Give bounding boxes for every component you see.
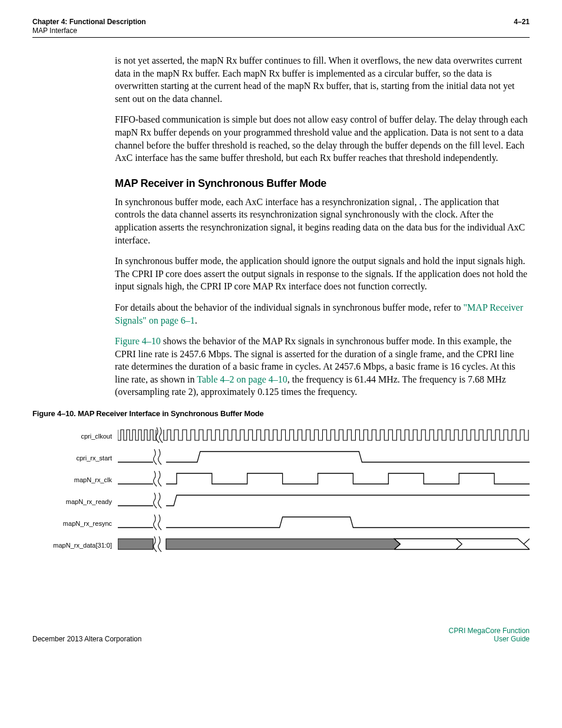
signal-wave — [118, 534, 530, 556]
signal-label: mapN_rx_data[31:0] — [32, 542, 118, 549]
footer-doc-title: CPRI MegaCore Function — [449, 627, 530, 635]
page-footer: December 2013 Altera Corporation CPRI Me… — [32, 627, 530, 643]
paragraph: For details about the behavior of the in… — [115, 301, 530, 327]
header-rule — [32, 37, 530, 38]
timing-row: cpri_rx_start — [32, 447, 530, 469]
paragraph: In synchronous buffer mode, each AxC int… — [115, 196, 530, 246]
xref-link[interactable]: Figure 4–10 — [115, 336, 161, 346]
text: . — [195, 315, 197, 325]
signal-label: mapN_rx_resync — [32, 520, 118, 527]
timing-row: mapN_rx_ready — [32, 490, 530, 512]
signal-wave — [118, 512, 530, 534]
text: For details about the behavior of the in… — [115, 302, 464, 312]
timing-row: cpri_clkout — [32, 425, 530, 447]
signal-label: cpri_rx_start — [32, 454, 118, 462]
figure-caption: Figure 4–10. MAP Receiver Interface in S… — [32, 409, 530, 418]
signal-wave — [118, 447, 530, 469]
footer-left: December 2013 Altera Corporation — [32, 635, 141, 643]
page-number: 4–21 — [514, 18, 530, 35]
timing-row: mapN_rx_clk — [32, 469, 530, 490]
signal-label: mapN_rx_clk — [32, 476, 118, 483]
xref-link[interactable]: Table 4–2 on page 4–10 — [197, 374, 287, 384]
chapter-subtitle: MAP Interface — [32, 27, 146, 35]
timing-diagram: cpri_clkout cpri_rx_start — [32, 425, 530, 556]
paragraph: Figure 4–10 shows the behavior of the MA… — [115, 335, 530, 398]
signal-label: mapN_rx_ready — [32, 498, 118, 505]
timing-row: mapN_rx_resync — [32, 512, 530, 534]
signal-wave — [118, 425, 530, 447]
footer-doc-subtitle: User Guide — [449, 635, 530, 643]
section-heading: MAP Receiver in Synchronous Buffer Mode — [115, 177, 530, 190]
paragraph: is not yet asserted, the mapN Rx buffer … — [115, 54, 530, 105]
page-header: Chapter 4: Functional Description MAP In… — [32, 18, 530, 35]
chapter-title: Chapter 4: Functional Description — [32, 18, 146, 26]
signal-label: cpri_clkout — [32, 433, 118, 440]
timing-row: mapN_rx_data[31:0] — [32, 534, 530, 556]
signal-wave — [118, 490, 530, 512]
footer-right[interactable]: CPRI MegaCore Function User Guide — [449, 627, 530, 643]
signal-wave — [118, 469, 530, 490]
paragraph: FIFO-based communication is simple but d… — [115, 113, 530, 164]
paragraph: In synchronous buffer mode, the applicat… — [115, 255, 530, 293]
